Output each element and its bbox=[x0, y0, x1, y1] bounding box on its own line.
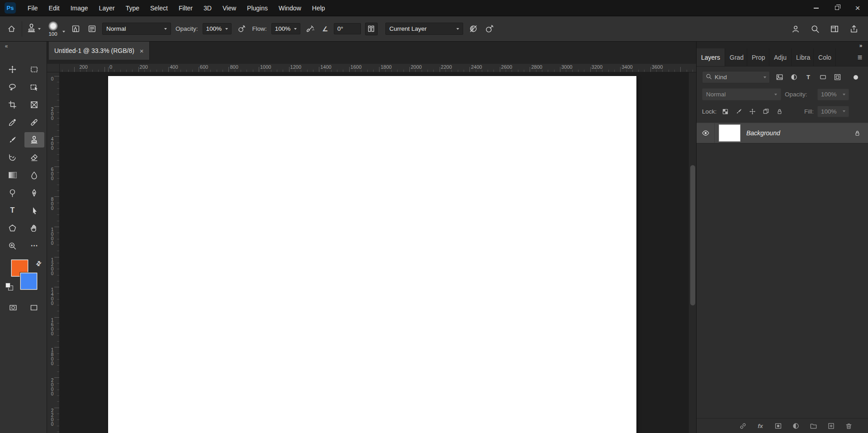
swap-colors-icon[interactable]: ⇄ bbox=[33, 257, 44, 269]
shape-tool[interactable] bbox=[3, 220, 23, 236]
brush-settings-toggle[interactable] bbox=[70, 23, 81, 35]
panel-tab-colo[interactable]: Colo bbox=[814, 48, 836, 66]
home-button[interactable] bbox=[5, 23, 17, 35]
document-tab[interactable]: Untitled-1 @ 33.3% (RGB/8) bbox=[49, 42, 150, 60]
panel-tab-grad[interactable]: Grad bbox=[725, 48, 747, 66]
menu-file[interactable]: File bbox=[22, 5, 43, 12]
type-filter-button[interactable]: T bbox=[802, 71, 814, 83]
new-adjustment-button[interactable] bbox=[791, 421, 801, 431]
new-layer-button[interactable] bbox=[826, 421, 836, 431]
menu-help[interactable]: Help bbox=[307, 5, 331, 12]
angle-input[interactable]: 0° bbox=[334, 23, 361, 34]
lock-all-button[interactable] bbox=[774, 106, 784, 116]
fill-input[interactable]: 100% bbox=[817, 106, 849, 117]
link-layers-button[interactable] bbox=[738, 421, 748, 431]
aligned-toggle[interactable] bbox=[365, 23, 377, 35]
screen-mode-button[interactable] bbox=[26, 302, 42, 314]
tab-close-icon[interactable] bbox=[140, 48, 144, 54]
pasteboard[interactable] bbox=[60, 72, 688, 433]
lasso-tool[interactable] bbox=[3, 79, 23, 95]
account-button[interactable] bbox=[790, 23, 802, 35]
lock-transparent-button[interactable] bbox=[720, 106, 730, 116]
clone-stamp-tool[interactable] bbox=[24, 132, 44, 148]
layer-row[interactable]: Background bbox=[697, 123, 868, 143]
scrollbar-thumb[interactable] bbox=[690, 165, 695, 305]
lock-paint-button[interactable] bbox=[734, 106, 744, 116]
layer-group-button[interactable] bbox=[808, 421, 818, 431]
hand-tool[interactable] bbox=[24, 220, 44, 236]
menu-type[interactable]: Type bbox=[120, 5, 145, 12]
pressure-size-toggle[interactable] bbox=[484, 23, 496, 35]
eraser-tool[interactable] bbox=[24, 150, 44, 165]
zoom-tool[interactable] bbox=[3, 238, 23, 253]
dock-collapse-button[interactable]: » bbox=[857, 42, 864, 49]
brush-panel-toggle[interactable] bbox=[86, 23, 98, 35]
rectangular-marquee-tool[interactable] bbox=[24, 62, 44, 77]
close-button[interactable] bbox=[847, 0, 868, 16]
delete-layer-button[interactable] bbox=[844, 421, 854, 431]
object-selection-tool[interactable] bbox=[24, 79, 44, 95]
workspace-button[interactable] bbox=[829, 23, 840, 35]
search-button[interactable] bbox=[809, 23, 821, 35]
panel-tab-adju[interactable]: Adju bbox=[769, 48, 792, 66]
smart-filter-button[interactable] bbox=[831, 71, 843, 83]
menu-3d[interactable]: 3D bbox=[198, 5, 217, 12]
toolbar-collapse-button[interactable]: « bbox=[0, 42, 47, 49]
dodge-tool[interactable] bbox=[3, 185, 23, 200]
brush-tool[interactable] bbox=[3, 132, 23, 148]
menu-edit[interactable]: Edit bbox=[43, 5, 65, 12]
gradient-tool[interactable] bbox=[3, 167, 23, 183]
history-brush-tool[interactable] bbox=[3, 150, 23, 165]
menu-plugins[interactable]: Plugins bbox=[242, 5, 273, 12]
ignore-adjustment-layers-toggle[interactable] bbox=[468, 23, 479, 35]
crop-tool[interactable] bbox=[3, 97, 23, 112]
eyedropper-tool[interactable] bbox=[3, 114, 23, 130]
sample-dropdown[interactable]: Current Layer bbox=[385, 23, 463, 35]
layer-effects-button[interactable]: fx bbox=[755, 421, 765, 431]
vertical-ruler[interactable]: 02 0 04 0 06 0 08 0 01 0 0 01 2 0 01 4 0… bbox=[47, 72, 60, 433]
brush-preset-picker[interactable]: 100 bbox=[45, 21, 65, 37]
default-colors-icon[interactable] bbox=[5, 283, 13, 290]
frame-tool[interactable] bbox=[24, 97, 44, 112]
menu-image[interactable]: Image bbox=[65, 5, 94, 12]
minimize-button[interactable] bbox=[806, 0, 826, 16]
flow-input[interactable]: 100% bbox=[271, 23, 300, 34]
layer-mask-button[interactable] bbox=[773, 421, 783, 431]
layer-blend-mode-dropdown[interactable]: Normal bbox=[702, 88, 781, 100]
adjustment-filter-button[interactable] bbox=[788, 71, 800, 83]
vertical-scrollbar[interactable] bbox=[688, 72, 696, 433]
layer-opacity-input[interactable]: 100% bbox=[817, 89, 849, 100]
share-button[interactable] bbox=[848, 23, 860, 35]
pressure-opacity-toggle[interactable] bbox=[236, 23, 248, 35]
background-color-swatch[interactable] bbox=[21, 273, 37, 289]
layer-visibility-toggle[interactable] bbox=[697, 123, 715, 143]
blur-tool[interactable] bbox=[24, 167, 44, 183]
pen-tool[interactable] bbox=[24, 185, 44, 200]
type-tool[interactable]: T bbox=[3, 203, 23, 218]
airbrush-toggle[interactable] bbox=[305, 23, 317, 35]
opacity-input[interactable]: 100% bbox=[203, 23, 232, 34]
path-selection-tool[interactable] bbox=[24, 203, 44, 218]
blend-mode-dropdown[interactable]: Normal bbox=[102, 23, 171, 35]
lock-move-button[interactable] bbox=[747, 106, 757, 116]
quick-mask-button[interactable] bbox=[5, 302, 21, 314]
shape-filter-button[interactable] bbox=[817, 71, 829, 83]
canvas[interactable] bbox=[108, 76, 636, 433]
ruler-corner[interactable] bbox=[47, 64, 60, 72]
layer-thumbnail[interactable] bbox=[719, 125, 740, 141]
panel-tab-layers[interactable]: Layers bbox=[697, 48, 725, 66]
panel-tab-libra[interactable]: Libra bbox=[792, 48, 814, 66]
menu-layer[interactable]: Layer bbox=[94, 5, 120, 12]
menu-view[interactable]: View bbox=[217, 5, 242, 12]
tool-preset-picker[interactable] bbox=[27, 24, 41, 34]
more-tools[interactable]: ⋯ bbox=[24, 238, 44, 253]
menu-select[interactable]: Select bbox=[145, 5, 173, 12]
menu-filter[interactable]: Filter bbox=[173, 5, 198, 12]
healing-brush-tool[interactable] bbox=[24, 114, 44, 130]
panel-tab-prop[interactable]: Prop bbox=[747, 48, 769, 66]
panel-menu-button[interactable]: ≡ bbox=[852, 48, 868, 66]
filter-kind-dropdown[interactable]: Kind bbox=[702, 71, 770, 83]
filtering-toggle[interactable] bbox=[854, 75, 858, 80]
menu-window[interactable]: Window bbox=[273, 5, 307, 12]
pixel-filter-button[interactable] bbox=[773, 71, 785, 83]
